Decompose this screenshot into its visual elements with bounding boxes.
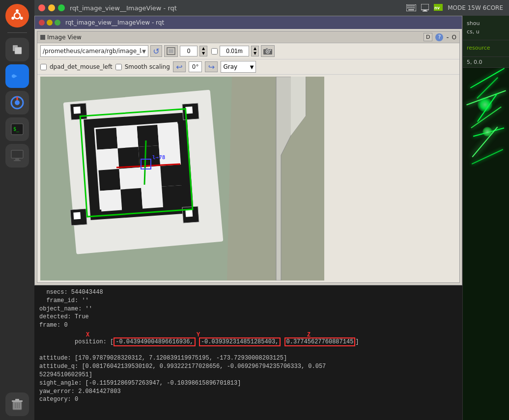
fit-icon bbox=[167, 47, 175, 55]
svg-rect-59 bbox=[160, 165, 182, 187]
refresh-icon: ↺ bbox=[153, 47, 159, 56]
svg-rect-69 bbox=[73, 212, 81, 220]
iv-panel-icon bbox=[40, 35, 45, 40]
laser-glow bbox=[478, 97, 492, 112]
monitor-icon[interactable] bbox=[5, 144, 29, 168]
minimize-button[interactable] bbox=[48, 4, 55, 11]
terminal-line-3: object_name: '' bbox=[39, 305, 457, 313]
svg-rect-53 bbox=[118, 147, 140, 169]
svg-rect-24 bbox=[411, 5, 413, 6]
pos-y-value: -0.039392314851285403, bbox=[199, 337, 281, 346]
chrome-icon[interactable] bbox=[5, 91, 29, 114]
ubuntu-icon[interactable] bbox=[5, 4, 29, 28]
rotate-cw-button[interactable]: ↩ bbox=[173, 61, 186, 72]
keyboard-icon bbox=[406, 4, 416, 11]
frame-spinner[interactable]: ▲ ▼ bbox=[199, 46, 207, 56]
svg-rect-40 bbox=[266, 48, 268, 50]
image-view-panel: Image View D ? - O /prometheus/camera/rg… bbox=[37, 31, 460, 283]
fit-button[interactable] bbox=[164, 45, 178, 57]
svg-point-39 bbox=[267, 51, 269, 53]
terminal-section: nsecs: 544043448 frame_id: '' object_nam… bbox=[34, 285, 462, 420]
vscode-icon[interactable] bbox=[5, 64, 29, 88]
svg-rect-71 bbox=[185, 210, 193, 217]
laser-panel bbox=[463, 68, 509, 420]
terminal-icon[interactable]: $_ bbox=[5, 117, 29, 141]
files-icon[interactable] bbox=[5, 38, 29, 61]
dropdown-arrow-icon: ▼ bbox=[142, 49, 146, 54]
dpad-checkbox[interactable] bbox=[40, 64, 47, 70]
sidebar: $_ bbox=[0, 0, 34, 420]
svg-rect-22 bbox=[407, 5, 409, 6]
maximize-button[interactable] bbox=[58, 4, 65, 11]
angle-display: 0° bbox=[189, 61, 202, 72]
svg-text:nv: nv bbox=[434, 6, 440, 10]
main-window: rqt_image_view__ImageView - rqt bbox=[34, 0, 509, 420]
terminal-line-2: frame_id: '' bbox=[39, 297, 457, 305]
svg-rect-51 bbox=[157, 123, 179, 145]
terminal-line-5: frame: 0 bbox=[39, 321, 457, 330]
auto-checkbox[interactable] bbox=[211, 48, 218, 55]
frame-input[interactable]: 0 bbox=[180, 46, 198, 56]
zoom-spin-down[interactable]: ▼ bbox=[252, 51, 258, 56]
svg-point-3 bbox=[20, 17, 23, 20]
svg-rect-50 bbox=[116, 126, 139, 148]
title-bar: rqt_image_view__ImageView - rqt bbox=[34, 0, 509, 16]
resource-label: resource bbox=[467, 45, 490, 51]
svg-rect-56 bbox=[99, 169, 121, 191]
refresh-button[interactable]: ↺ bbox=[150, 45, 162, 57]
close-button[interactable] bbox=[38, 4, 45, 11]
rotate-cw-icon: ↩ bbox=[176, 62, 182, 72]
right-panel: shoucs, u resource 5, 0.0 bbox=[462, 16, 509, 420]
left-content: rqt_image_view__ImageView - rqt Image Vi… bbox=[34, 16, 462, 420]
window-controls bbox=[38, 4, 65, 11]
svg-rect-52 bbox=[97, 148, 119, 170]
rqt-max-btn[interactable] bbox=[55, 20, 60, 26]
iv-help-icon[interactable]: ? bbox=[435, 33, 443, 41]
rqt-min-btn[interactable] bbox=[47, 20, 53, 26]
iv-d-btn[interactable]: D bbox=[424, 33, 432, 41]
rqt-title-bar: rqt_image_view__ImageView - rqt bbox=[35, 16, 462, 29]
svg-rect-26 bbox=[407, 7, 409, 8]
svg-point-4 bbox=[11, 17, 14, 20]
dpad-label: dpad_det_mouse_left bbox=[50, 63, 113, 70]
iv-close-btn[interactable]: O bbox=[452, 34, 456, 41]
iv-dash-btn[interactable]: - bbox=[446, 33, 449, 41]
camera-button[interactable] bbox=[261, 45, 275, 57]
right-panel-nums: 5, 0.0 bbox=[463, 57, 509, 68]
svg-rect-33 bbox=[423, 11, 427, 12]
svg-rect-61 bbox=[120, 188, 142, 210]
y-label: Y bbox=[197, 332, 200, 338]
topic-dropdown[interactable]: /prometheus/camera/rgb/image_landpad_det… bbox=[40, 45, 148, 57]
svg-point-2 bbox=[16, 9, 19, 12]
mode-text: MODE 15W 6CORE bbox=[448, 4, 503, 11]
svg-rect-29 bbox=[413, 7, 415, 8]
right-panel-resource-text: resource bbox=[463, 40, 509, 57]
spin-down-arrow[interactable]: ▼ bbox=[200, 51, 207, 56]
zoom-spin-up[interactable]: ▲ bbox=[252, 46, 258, 51]
terminal-line-11: yaw_error: 2.0841427803 bbox=[39, 388, 457, 396]
svg-text:$_: $_ bbox=[13, 126, 20, 132]
terminal-line-8: attitude_q: [0.08176042139530102, 0.9932… bbox=[39, 363, 457, 371]
trash-icon[interactable] bbox=[5, 392, 29, 416]
camera-svg: l→78 bbox=[40, 77, 324, 280]
svg-rect-23 bbox=[409, 5, 411, 6]
svg-rect-12 bbox=[11, 150, 23, 158]
zoom-spinner[interactable]: ▲ ▼ bbox=[251, 46, 259, 56]
terminal-line-12: category: 0 bbox=[39, 395, 457, 404]
svg-rect-27 bbox=[409, 7, 411, 8]
rotate-ccw-button[interactable]: ↪ bbox=[205, 61, 218, 72]
smooth-checkbox[interactable] bbox=[115, 64, 122, 70]
rqt-window: rqt_image_view__ImageView - rqt Image Vi… bbox=[34, 16, 462, 285]
rqt-close-btn[interactable] bbox=[39, 20, 45, 26]
svg-rect-36 bbox=[169, 49, 173, 53]
terminal-line-1: nsecs: 544043448 bbox=[39, 288, 457, 297]
iv-title-bar: Image View D ? - O bbox=[37, 31, 459, 43]
rotate-ccw-icon: ↪ bbox=[208, 62, 215, 72]
camera-image: l→78 bbox=[40, 77, 324, 280]
spin-up-arrow[interactable]: ▲ bbox=[200, 46, 207, 51]
svg-rect-63 bbox=[162, 185, 184, 207]
color-dropdown[interactable]: Gray ▼ bbox=[221, 61, 256, 73]
zoom-input[interactable]: 0.01m bbox=[220, 46, 249, 56]
svg-rect-25 bbox=[413, 5, 415, 6]
shou-text: shoucs, u bbox=[467, 20, 480, 35]
